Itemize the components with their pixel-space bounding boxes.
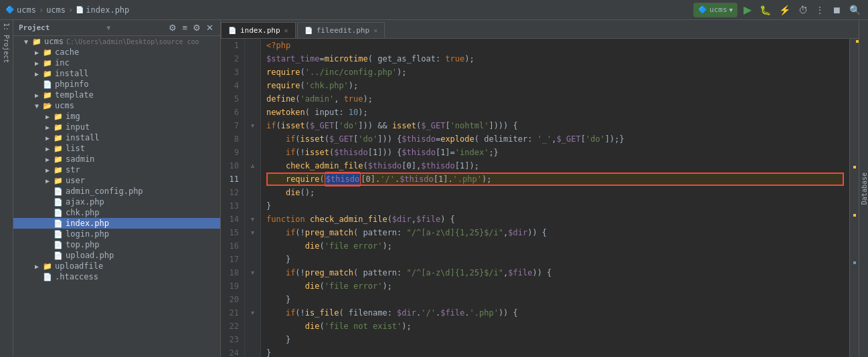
code-line-22: die('file not exist'); xyxy=(266,320,844,333)
tab-index-close[interactable]: ✕ xyxy=(284,27,288,34)
tab-fileedit-php[interactable]: 📄 fileedit.php ✕ xyxy=(297,22,385,38)
gc-23 xyxy=(245,333,260,346)
tree-item-login[interactable]: ▶ 📄 login.php xyxy=(13,229,220,239)
tree-item-cache[interactable]: ▶ 📁 cache xyxy=(13,47,220,57)
tab-index-php[interactable]: 📄 index.php ✕ xyxy=(221,22,296,38)
tree-item-uploadfile[interactable]: ▶ 📁 uploadfile xyxy=(13,261,220,271)
search-button[interactable]: 🔍 xyxy=(847,5,863,15)
ucms-folder-icon: 📂 xyxy=(43,102,52,110)
template-arrow: ▶ xyxy=(35,92,43,99)
tree-item-phpinfo[interactable]: ▶ 📄 phpinfo xyxy=(13,79,220,90)
code-content[interactable]: <?php $start_time=microtime( get_as_floa… xyxy=(261,39,849,357)
tree-item-ajax[interactable]: ▶ 📄 ajax.php xyxy=(13,197,220,207)
settings-icon[interactable]: ⚙ xyxy=(191,23,202,33)
htaccess-icon: 📄 xyxy=(43,273,52,281)
ln-21: 21 xyxy=(226,306,239,320)
code-line-17: } xyxy=(266,253,844,266)
tree-item-index[interactable]: ▶ 📄 index.php xyxy=(13,218,220,229)
gc-20 xyxy=(245,293,260,306)
minimap xyxy=(849,39,856,357)
project-edge-label[interactable]: 1: Project xyxy=(3,20,10,66)
ln-19: 19 xyxy=(226,279,239,293)
upload-label: upload.php xyxy=(66,251,114,260)
code-line-9: if(!isset($thisdo[1])) {$thisdo[1]='inde… xyxy=(266,146,844,159)
code-line-5: define('admin', true); xyxy=(266,92,844,106)
str-label: str xyxy=(66,165,80,174)
more-button[interactable]: ⋮ xyxy=(814,5,826,15)
ln-3: 3 xyxy=(226,66,239,79)
img-arrow: ▶ xyxy=(46,113,54,120)
gc-7: ▼ xyxy=(245,119,260,132)
editor-area: 📄 index.php ✕ 📄 fileedit.php ✕ 1 2 3 4 xyxy=(221,20,859,357)
breadcrumb-sep1: › xyxy=(39,5,44,15)
tree-item-htaccess[interactable]: ▶ 📄 .htaccess xyxy=(13,271,220,282)
tree-item-sadmin[interactable]: ▶ 📁 sadmin xyxy=(13,154,220,164)
collapse-icon[interactable]: ≡ xyxy=(181,23,189,33)
tree-item-inc[interactable]: ▶ 📁 inc xyxy=(13,57,220,68)
list-label: list xyxy=(66,144,85,153)
code-line-12: die(); xyxy=(266,186,844,199)
user-label: user xyxy=(66,176,85,185)
str-folder-icon: 📁 xyxy=(54,166,63,174)
code-line-4: require('chk.php'); xyxy=(266,79,844,92)
breadcrumb: 🔷 ucms › ucms › 📄 index.php xyxy=(5,5,129,15)
tree-item-upload[interactable]: ▶ 📄 upload.php xyxy=(13,250,220,261)
stop-button[interactable]: ⏹ xyxy=(830,5,843,15)
database-label[interactable]: Database xyxy=(861,170,868,207)
tree-item-str[interactable]: ▶ 📁 str xyxy=(13,164,220,175)
tree-item-install-inner[interactable]: ▶ 📁 install xyxy=(13,132,220,143)
tree-item-chk[interactable]: ▶ 📄 chk.php xyxy=(13,207,220,218)
code-line-3: require('../inc/config.php'); xyxy=(266,66,844,79)
tree-item-input[interactable]: ▶ 📁 input xyxy=(13,122,220,132)
breadcrumb-ucms2[interactable]: ucms xyxy=(46,5,66,15)
ln-10: 10 xyxy=(226,159,239,172)
toolbar-right: 🔷 ucms ▼ ▶ 🐛 ⚡ ⏱ ⋮ ⏹ 🔍 xyxy=(693,3,863,17)
sadmin-arrow: ▶ xyxy=(46,156,54,163)
sidebar-controls: ⚙ ≡ ⚙ ✕ xyxy=(167,23,215,33)
tab-fileedit-close[interactable]: ✕ xyxy=(373,27,377,34)
php-open-tag: <?php xyxy=(266,39,290,52)
sync-icon[interactable]: ⚙ xyxy=(167,23,178,33)
upload-icon: 📄 xyxy=(54,251,63,260)
code-line-8: if(isset($_GET['do'])) {$thisdo=explode(… xyxy=(266,132,844,146)
debug-button[interactable]: 🐛 xyxy=(758,5,773,15)
coverage-button[interactable]: ⚡ xyxy=(777,5,792,15)
breadcrumb-file[interactable]: 📄 index.php xyxy=(76,5,129,15)
code-line-23: } xyxy=(266,333,844,346)
sidebar-header: Project ▼ ⚙ ≡ ⚙ ✕ xyxy=(13,20,220,36)
tree-item-admin-config[interactable]: ▶ 📄 admin_config.php xyxy=(13,186,220,197)
minimap-marker-3 xyxy=(853,261,856,264)
tree-item-top[interactable]: ▶ 📄 top.php xyxy=(13,239,220,250)
tree-item-img[interactable]: ▶ 📁 img xyxy=(13,111,220,122)
input-arrow: ▶ xyxy=(46,124,54,131)
inc-arrow: ▶ xyxy=(35,60,43,67)
admin-config-label: admin_config.php xyxy=(66,187,143,196)
tree-item-install[interactable]: ▶ 📁 install xyxy=(13,68,220,79)
tree-item-user[interactable]: ▶ 📁 user xyxy=(13,175,220,186)
ucms-folder-arrow: ▼ xyxy=(35,102,43,110)
gc-21: ▼ xyxy=(245,306,260,320)
tree-item-ucms-folder[interactable]: ▼ 📂 ucms xyxy=(13,100,220,111)
tree-root-ucms[interactable]: ▼ 📁 ucms C:\Users\admin\Desktop\source c… xyxy=(13,36,220,47)
breadcrumb-sep2: › xyxy=(68,5,73,15)
install-inner-icon: 📁 xyxy=(54,134,63,142)
index-file-label: index.php xyxy=(66,219,109,228)
top-label: top.php xyxy=(66,240,100,249)
cache-label: cache xyxy=(55,47,79,57)
tree-item-template[interactable]: ▶ 📁 template xyxy=(13,90,220,100)
ln-14: 14 xyxy=(226,213,239,226)
sidebar-title: Project xyxy=(19,23,50,32)
ln-11: 11 xyxy=(226,172,239,186)
gc-6 xyxy=(245,106,260,119)
close-panel-icon[interactable]: ✕ xyxy=(205,23,215,33)
right-sidebar[interactable]: Database xyxy=(859,20,868,357)
login-label: login.php xyxy=(66,229,109,239)
code-line-11: require($thisdo[0].'/'.$thisdo[1].'.php'… xyxy=(266,172,844,186)
tree-item-list[interactable]: ▶ 📁 list xyxy=(13,143,220,154)
run-button[interactable]: ▶ xyxy=(742,3,754,16)
profile-button[interactable]: ⏱ xyxy=(796,5,810,15)
gc-13 xyxy=(245,199,260,213)
breadcrumb-ucms1[interactable]: 🔷 ucms xyxy=(5,5,36,15)
gc-17 xyxy=(245,253,260,266)
input-label: input xyxy=(66,122,90,132)
